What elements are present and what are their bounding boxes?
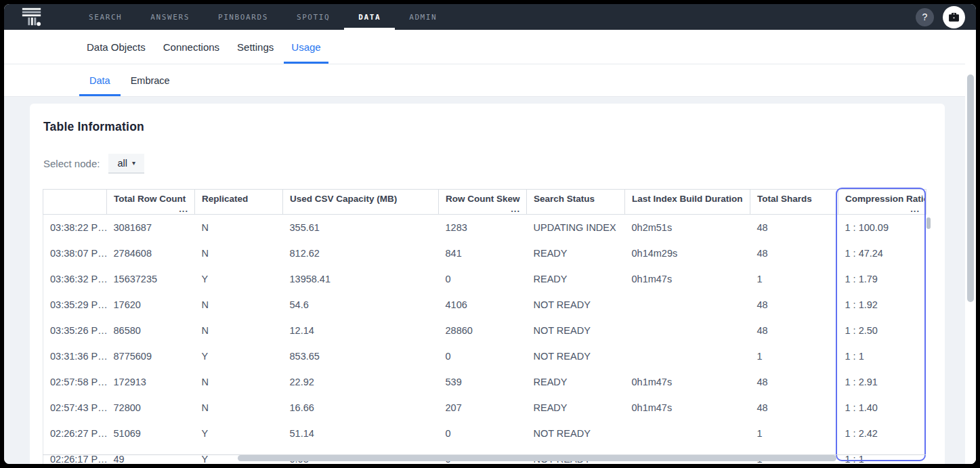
table-cell: 3081687 <box>107 215 195 240</box>
table-row: 03:35:26 P…86580N12.1428860NOT READY481 … <box>43 318 926 343</box>
table-cell: 48 <box>750 215 838 240</box>
table-cell <box>625 343 750 369</box>
column-header-row-count-skew[interactable]: Row Count Skew... <box>439 190 527 215</box>
table-cell: 22.92 <box>283 369 439 395</box>
table-cell: 48 <box>750 369 838 395</box>
topnav-item-admin[interactable]: ADMIN <box>395 4 451 30</box>
table-cell: 51069 <box>107 421 195 446</box>
topnav-item-spotiq[interactable]: SPOTIQ <box>282 4 344 30</box>
table-row: 03:38:22 P…3081687N355.611283UPDATING IN… <box>43 215 926 240</box>
table-cell: 1 : 1.40 <box>838 395 926 421</box>
table-row: 03:38:07 P…2784608N812.62841READY0h14m29… <box>43 240 926 266</box>
table-cell: 853.65 <box>283 343 439 369</box>
subnav-item-usage[interactable]: Usage <box>282 30 329 64</box>
table-information-table: Total Row Count...ReplicatedUsed CSV Cap… <box>43 189 926 464</box>
topnav-item-answers[interactable]: ANSWERS <box>136 4 204 30</box>
table-cell: NOT READY <box>527 292 625 318</box>
table-cell: 15637235 <box>107 266 195 292</box>
thoughtspot-logo[interactable] <box>20 6 45 28</box>
table-cell: Y <box>195 266 283 292</box>
table-row: 02:57:43 P…72800N16.66207READY0h1m47s481… <box>43 395 926 421</box>
column-header-blank[interactable] <box>43 190 107 215</box>
column-header-used-csv-capacity-mb-[interactable]: Used CSV Capacity (MB) <box>283 190 439 215</box>
table-scrollbar-thumb[interactable] <box>926 217 931 229</box>
column-header-last-index-build-duration[interactable]: Last Index Build Duration <box>625 190 750 215</box>
subnav-item-connections[interactable]: Connections <box>154 30 228 64</box>
horizontal-scrollbar-thumb[interactable] <box>238 455 836 461</box>
table-cell: 0h1m47s <box>625 395 750 421</box>
usage-tabs: DataEmbrace <box>4 64 976 97</box>
column-header-compression-ratio[interactable]: Compression Ratio... <box>838 190 926 215</box>
column-header-label: Last Index Build Duration <box>632 194 743 204</box>
column-menu-icon[interactable]: ... <box>179 204 188 214</box>
column-header-label: Used CSV Capacity (MB) <box>290 194 397 204</box>
table-cell: 48 <box>750 395 838 421</box>
table-cell: 13958.41 <box>283 266 439 292</box>
table-cell: READY <box>527 369 625 395</box>
thoughtspot-logo-icon <box>20 6 43 28</box>
column-header-total-shards[interactable]: Total Shards <box>750 190 838 215</box>
table-head: Total Row Count...ReplicatedUsed CSV Cap… <box>43 190 926 215</box>
node-dropdown[interactable]: all ▾ <box>108 154 144 173</box>
table-cell: 0h2m51s <box>625 215 750 240</box>
tab-embrace[interactable]: Embrace <box>121 64 180 96</box>
table-cell: 03:36:32 P… <box>43 266 107 292</box>
table-cell: NOT READY <box>527 318 625 343</box>
table-cell: 51.14 <box>283 421 439 446</box>
subnav-item-data-objects[interactable]: Data Objects <box>78 30 154 64</box>
topnav-item-pinboards[interactable]: PINBOARDS <box>204 4 282 30</box>
content-area: Table Information Select node: all ▾ Tot… <box>4 97 976 464</box>
user-avatar[interactable] <box>943 6 965 28</box>
table-cell: 48 <box>750 240 838 266</box>
column-header-replicated[interactable]: Replicated <box>195 190 283 215</box>
briefcase-icon <box>947 10 961 24</box>
table-cell: 03:38:07 P… <box>43 240 107 266</box>
table-cell: NOT READY <box>527 421 625 446</box>
table-cell: 1 : 100.09 <box>838 215 926 240</box>
table-cell: 0 <box>439 421 527 446</box>
top-navbar: SEARCHANSWERSPINBOARDSSPOTIQDATAADMIN ? <box>4 4 976 30</box>
help-button[interactable]: ? <box>916 8 934 26</box>
table-cell: 48 <box>750 292 838 318</box>
column-header-label: Total Shards <box>757 194 812 204</box>
table-row: 03:31:36 P…8775609Y853.650NOT READY11 : … <box>43 343 926 369</box>
tab-data[interactable]: Data <box>79 64 121 96</box>
table-cell: N <box>195 292 283 318</box>
table-cell: Y <box>195 343 283 369</box>
column-menu-icon[interactable]: ... <box>511 204 520 214</box>
topnav-item-search[interactable]: SEARCH <box>74 4 136 30</box>
table-cell: 03:31:36 P… <box>43 343 107 369</box>
table-cell: 1 <box>750 343 838 369</box>
table-cell: 0h14m29s <box>625 240 750 266</box>
table-cell: 539 <box>439 369 527 395</box>
topnav-right: ? <box>916 6 965 28</box>
topnav-item-data[interactable]: DATA <box>344 4 395 30</box>
column-header-search-status[interactable]: Search Status <box>527 190 625 215</box>
table-cell: 72800 <box>107 395 195 421</box>
column-header-label: Compression Ratio <box>845 194 926 204</box>
table-cell <box>625 318 750 343</box>
table-cell: 03:35:26 P… <box>43 318 107 343</box>
table-cell: NOT READY <box>527 343 625 369</box>
table-cell: READY <box>527 266 625 292</box>
column-header-label: Row Count Skew <box>446 194 520 204</box>
window-frame: SEARCHANSWERSPINBOARDSSPOTIQDATAADMIN ? … <box>0 0 980 468</box>
topnav-items: SEARCHANSWERSPINBOARDSSPOTIQDATAADMIN <box>74 4 451 30</box>
table-cell: 841 <box>439 240 527 266</box>
table-cell: 0h1m47s <box>625 266 750 292</box>
table-wrap: Total Row Count...ReplicatedUsed CSV Cap… <box>43 189 930 464</box>
table-cell: 02:57:58 P… <box>43 369 107 395</box>
table-cell: N <box>195 318 283 343</box>
subnav-item-settings[interactable]: Settings <box>228 30 282 64</box>
node-selector-row: Select node: all ▾ <box>43 152 945 174</box>
table-cell: N <box>195 395 283 421</box>
column-header-total-row-count[interactable]: Total Row Count... <box>107 190 195 215</box>
vertical-scrollbar-thumb[interactable] <box>967 75 974 302</box>
table-cell: 2784608 <box>107 240 195 266</box>
table-cell: 1283 <box>439 215 527 240</box>
column-menu-icon[interactable]: ... <box>910 204 920 214</box>
page-title: Table Information <box>30 104 945 134</box>
vertical-scrollbar-track[interactable] <box>965 30 976 464</box>
table-cell: 812.62 <box>283 240 439 266</box>
chevron-down-icon: ▾ <box>132 159 135 167</box>
